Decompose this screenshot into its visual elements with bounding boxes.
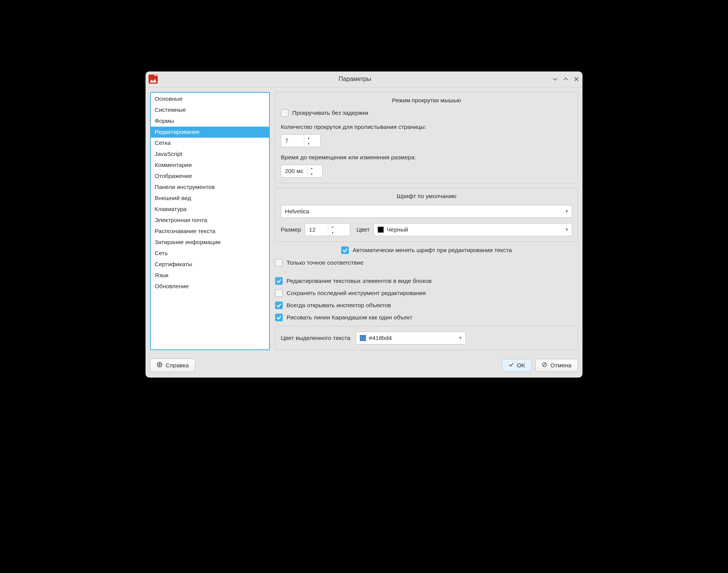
pencil-checkbox[interactable]: Рисовать линии Карандашом как один объек… [275,314,578,321]
blocks-label: Редактирование текстовых элементов в вид… [286,278,432,284]
inspector-label: Всегда открывать инспектор объектов [286,302,391,309]
settings-window: PDF Параметры ОсновныеСистемныеФормыРеда… [146,71,582,378]
move-time-label: Время до перемещения или изменения разме… [281,154,572,161]
chevron-up-icon[interactable]: ▴ [304,135,313,141]
font-group-title: Шрифт по умолчанию [281,188,572,205]
font-color-value: Черный [387,226,408,233]
auto-font-label: Автоматически менять шрифт при редактиро… [353,247,512,254]
settings-panel: Режим прокрутки мышью Прокручивать без з… [275,92,578,350]
sidebar-item[interactable]: Системные [151,105,269,116]
chevron-down-icon[interactable]: ▾ [308,171,316,177]
highlight-color-select[interactable]: #418bd4 ▾ [356,332,466,344]
font-family-select[interactable]: Helvetica ▾ [281,205,572,218]
exact-match-checkbox[interactable]: Только точное соответствие [275,259,578,267]
auto-font-checkbox[interactable]: Автоматически менять шрифт при редактиро… [341,246,512,254]
titlebar: PDF Параметры [146,71,582,87]
close-icon[interactable] [573,76,579,82]
sidebar-item[interactable]: Сетка [151,138,269,149]
sidebar-item[interactable]: Панели инструментов [151,182,269,193]
help-button[interactable]: Справка [150,359,195,372]
sidebar-item[interactable]: Комментарии [151,160,269,171]
font-family-value: Helvetica [285,208,309,215]
sidebar-item[interactable]: Основные [151,94,269,105]
sidebar-item[interactable]: Редактирование [151,127,269,138]
window-controls [552,76,579,82]
move-time-stepper[interactable]: 200 мс ▴▾ [281,165,323,178]
sidebar-item[interactable]: Сеть [151,248,269,259]
dialog-footer: Справка OK Отмена [146,355,582,378]
chevron-down-icon: ▾ [566,227,568,232]
scroll-count-stepper[interactable]: 7 ▴▾ [281,134,321,147]
font-group: Шрифт по умолчанию Helvetica ▾ Размер 12… [275,188,578,242]
chevron-up-icon[interactable]: ▴ [328,224,337,230]
chevron-up-icon[interactable]: ▴ [308,165,316,171]
highlight-color-row: Цвет выделенного текста #418bd4 ▾ [275,326,578,350]
cancel-icon [542,362,547,369]
highlight-color-label: Цвет выделенного текста [281,335,350,341]
sidebar-item[interactable]: Внешний вид [151,193,269,204]
maximize-icon[interactable] [563,76,569,82]
exact-match-label: Только точное соответствие [286,259,363,266]
color-swatch-icon [378,227,384,233]
sidebar-item[interactable]: Обновление [151,281,269,292]
pencil-label: Рисовать линии Карандашом как один объек… [286,314,412,321]
cancel-button[interactable]: Отмена [535,359,578,372]
color-swatch-icon [360,335,366,341]
highlight-color-value: #418bd4 [369,335,392,341]
ok-button[interactable]: OK [502,359,532,372]
inspector-checkbox[interactable]: Всегда открывать инспектор объектов [275,302,578,309]
save-tool-checkbox[interactable]: Сохранять последний инструмент редактиро… [275,289,578,297]
ok-button-label: OK [517,362,525,369]
chevron-down-icon: ▾ [566,209,568,214]
font-color-label: Цвет [356,226,370,233]
sidebar-item[interactable]: Отображение [151,171,269,182]
sidebar-item[interactable]: Затирание информации [151,237,269,248]
editing-options: Только точное соответствие Редактировани… [275,259,578,321]
app-icon: PDF [149,75,158,84]
chevron-down-icon[interactable]: ▾ [304,141,313,147]
cancel-button-label: Отмена [550,362,571,369]
font-size-label: Размер [281,226,301,233]
scroll-count-label: Количество прокруток для пролистывания с… [281,124,572,130]
category-sidebar[interactable]: ОсновныеСистемныеФормыРедактированиеСетк… [150,92,270,350]
help-button-label: Справка [166,362,189,369]
help-icon [157,362,163,369]
save-tool-label: Сохранять последний инструмент редактиро… [286,290,426,297]
sidebar-item[interactable]: Сертификаты [151,259,269,270]
font-color-select[interactable]: Черный ▾ [373,223,572,236]
sidebar-item[interactable]: Распознавание текста [151,226,269,237]
scroll-count-value: 7 [281,137,304,144]
sidebar-item[interactable]: Язык [151,270,269,281]
no-delay-label: Прокручивать без задержки [292,110,368,116]
chevron-down-icon[interactable]: ▾ [328,230,337,236]
blocks-checkbox[interactable]: Редактирование текстовых элементов в вид… [275,277,578,285]
sidebar-item[interactable]: JavaScript [151,149,269,160]
chevron-down-icon: ▾ [459,335,462,340]
window-title: Параметры [158,76,552,83]
check-icon [508,362,514,369]
scroll-group: Режим прокрутки мышью Прокручивать без з… [275,92,578,183]
scroll-group-title: Режим прокрутки мышью [281,92,572,109]
sidebar-item[interactable]: Электронная почта [151,215,269,226]
move-time-value: 200 мс [281,168,307,175]
minimize-icon[interactable] [552,76,558,82]
no-delay-checkbox[interactable]: Прокручивать без задержки [281,109,572,117]
font-size-value: 12 [305,226,328,233]
font-size-stepper[interactable]: 12 ▴▾ [305,223,350,236]
sidebar-item[interactable]: Клавиатура [151,204,269,215]
sidebar-item[interactable]: Формы [151,116,269,127]
